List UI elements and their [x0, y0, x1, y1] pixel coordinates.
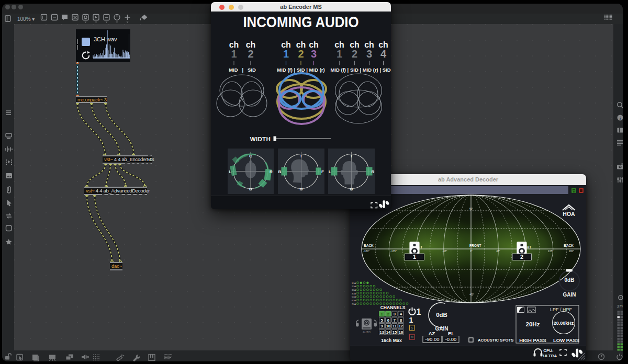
svg-text:T: T [350, 154, 353, 158]
svg-text:C: C [249, 154, 252, 158]
svg-text:13: 13 [380, 330, 384, 335]
svg-text:T: T [300, 154, 302, 158]
svg-text:ULTRA: ULTRA [543, 354, 557, 358]
svg-text:2: 2 [387, 312, 389, 316]
svg-text:20.00kHz: 20.00kHz [554, 321, 574, 326]
svg-text:1: 1 [381, 312, 383, 316]
svg-text:L: L [329, 169, 331, 174]
svg-text:7OA: 7OA [352, 303, 356, 305]
svg-text:4OA: 4OA [352, 292, 356, 295]
svg-text:EL: EL [448, 331, 454, 336]
svg-text:20Hz: 20Hz [526, 321, 540, 327]
svg-text:16: 16 [399, 330, 403, 335]
svg-text:LOW PASS: LOW PASS [553, 337, 579, 343]
svg-text:-0.00: -0.00 [445, 336, 457, 342]
svg-text:14: 14 [386, 330, 391, 335]
svg-text:3OA: 3OA [352, 289, 356, 291]
svg-text:B: B [249, 187, 252, 191]
svg-text:3: 3 [394, 312, 396, 316]
svg-text:CHANNELS: CHANNELS [380, 305, 406, 310]
svg-text:0dB: 0dB [436, 312, 447, 318]
svg-text:B: B [350, 187, 353, 191]
svg-text:-90.00: -90.00 [425, 336, 440, 342]
svg-text:HIGH PASS: HIGH PASS [519, 337, 546, 343]
svg-text:5: 5 [381, 318, 383, 323]
svg-text:2OA: 2OA [352, 285, 356, 288]
svg-text:15: 15 [392, 330, 397, 335]
svg-text:12: 12 [399, 324, 403, 328]
svg-text:R: R [372, 169, 375, 174]
svg-text:S: S [411, 326, 413, 330]
svg-text:16ch Max: 16ch Max [381, 338, 402, 343]
svg-text:B: B [300, 187, 303, 191]
svg-text:6: 6 [387, 318, 389, 323]
svg-text:9: 9 [381, 324, 383, 328]
svg-text:1: 1 [417, 308, 421, 316]
svg-text:AUTO: AUTO [363, 331, 371, 334]
svg-text:CPU:: CPU: [543, 348, 554, 353]
svg-text:ACOUSTIC SPOTS: ACOUSTIC SPOTS [478, 338, 513, 343]
svg-text:L: L [229, 169, 232, 174]
svg-text:1OA: 1OA [352, 282, 356, 285]
svg-text:1: 1 [409, 316, 413, 324]
svg-text:GAIN: GAIN [435, 326, 448, 332]
svg-text:F: F [321, 169, 324, 174]
svg-text:8: 8 [400, 318, 402, 323]
svg-text:AZ: AZ [429, 331, 435, 336]
svg-text:R: R [270, 169, 273, 174]
svg-text:B: B [278, 169, 282, 174]
svg-text:5OA: 5OA [352, 295, 356, 298]
svg-text:10: 10 [386, 324, 390, 328]
svg-text:M: M [410, 335, 413, 339]
svg-text:7: 7 [394, 318, 396, 323]
svg-text:6OA: 6OA [352, 299, 356, 302]
svg-text:11: 11 [392, 324, 397, 328]
